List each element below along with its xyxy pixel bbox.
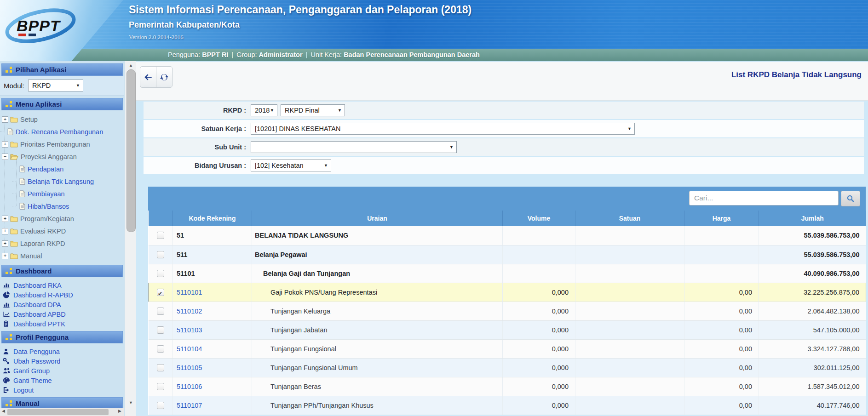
back-button[interactable] bbox=[140, 66, 156, 88]
rkpd-year-select[interactable]: 2018▼ bbox=[251, 104, 277, 116]
tree-item-pendapatan[interactable]: Pendapatan bbox=[0, 163, 124, 175]
cell-harga: 0,00 bbox=[684, 302, 759, 320]
sidebar-link-dashboard-pptk[interactable]: Dashboard PPTK bbox=[3, 319, 124, 329]
row-checkbox[interactable] bbox=[157, 289, 164, 296]
bidang-urusan-select[interactable]: [102] Kesehatan▼ bbox=[251, 160, 331, 171]
row-checkbox[interactable] bbox=[157, 308, 164, 315]
kode-rekening-link[interactable]: 5110106 bbox=[177, 383, 202, 390]
table-row-5110107: 5110107Tunjangan PPh/Tunjangan Khusus0,0… bbox=[149, 396, 866, 415]
cell-satuan bbox=[575, 264, 684, 283]
pengguna-value: BPPT RI bbox=[202, 51, 228, 58]
sidebar-link-dashboard-rka[interactable]: Dashboard RKA bbox=[3, 280, 124, 290]
tree-connector bbox=[12, 169, 16, 169]
tree-item-evaluasi-rkpd[interactable]: +Evaluasi RKPD bbox=[0, 225, 124, 237]
folder-icon bbox=[10, 216, 18, 222]
search-input[interactable] bbox=[689, 191, 839, 205]
expand-plus-icon[interactable]: + bbox=[2, 116, 8, 123]
row-checkbox[interactable] bbox=[157, 402, 164, 409]
sidebar-link-ganti-theme[interactable]: Ganti Theme bbox=[3, 376, 124, 385]
cell-harga: 0,00 bbox=[684, 339, 759, 358]
row-checkbox[interactable] bbox=[157, 251, 164, 258]
refresh-button[interactable] bbox=[156, 66, 172, 88]
expand-plus-icon[interactable]: + bbox=[2, 216, 8, 222]
sidebar-link-ganti-group[interactable]: Ganti Group bbox=[3, 366, 124, 376]
cell-volume bbox=[503, 226, 575, 245]
vertical-scrollbar-thumb[interactable] bbox=[126, 69, 136, 232]
kode-rekening-link[interactable]: 5110102 bbox=[177, 308, 202, 315]
pie-chart-icon bbox=[3, 291, 11, 298]
kode-rekening-link[interactable]: 5110103 bbox=[177, 326, 202, 334]
unit-kerja-value: Badan Perencanaan Pembangunan Daerah bbox=[344, 51, 480, 58]
row-checkbox[interactable] bbox=[157, 326, 164, 334]
tree-item-manual[interactable]: +Manual bbox=[0, 250, 124, 262]
sidebar-link-dashboard-dpa[interactable]: Dashboard DPA bbox=[3, 300, 124, 309]
expand-plus-icon[interactable]: + bbox=[2, 141, 8, 148]
cell-kode-rekening: 5110105 bbox=[173, 358, 252, 377]
sidebar-link-ubah-password[interactable]: Ubah Password bbox=[3, 356, 124, 366]
tree-item-laporan-rkpd[interactable]: +Laporan RKPD bbox=[0, 237, 124, 250]
kode-rekening-link[interactable]: 5110101 bbox=[177, 289, 202, 296]
sidebar-link-dashboard-r-apbd[interactable]: Dashboard R-APBD bbox=[3, 290, 124, 300]
tree-item-proyeksi-anggaran[interactable]: −Proyeksi Anggaran bbox=[0, 150, 124, 163]
collapse-minus-icon[interactable]: − bbox=[2, 154, 8, 160]
tree-item-hibah-bansos[interactable]: Hibah/Bansos bbox=[0, 200, 124, 212]
group-value: Administrator bbox=[259, 51, 303, 58]
cell-uraian: Tunjangan Fungsional Umum bbox=[252, 358, 503, 377]
tree-item-program-kegiatan[interactable]: +Program/Kegiatan bbox=[0, 212, 124, 225]
tree-item-pembiayaan[interactable]: Pembiayaan bbox=[0, 188, 124, 200]
tree-item-label: Manual bbox=[20, 252, 42, 260]
scroll-left-icon[interactable]: ◀ bbox=[2, 409, 5, 413]
unit-kerja-label: Unit Kerja: bbox=[310, 51, 342, 58]
cell-checkbox bbox=[149, 302, 173, 320]
rkpd-belanja-table: Kode RekeningUraianVolumeSatuanHargaJuml… bbox=[148, 211, 866, 415]
section-title: Manual bbox=[16, 399, 40, 407]
tree-item-label: Belanja Tdk Langsung bbox=[28, 178, 94, 185]
row-checkbox[interactable] bbox=[157, 364, 164, 371]
row-checkbox[interactable] bbox=[157, 270, 164, 277]
app-title: Sistem Informasi Perencanaan, Penganggar… bbox=[129, 4, 471, 16]
sidebar-link-dashboard-apbd[interactable]: Dashboard APBD bbox=[3, 309, 124, 319]
separator: | bbox=[303, 51, 311, 58]
sub-unit-select[interactable]: ▼ bbox=[251, 141, 457, 153]
sidebar-section-menu-aplikasi: Menu Aplikasi bbox=[1, 98, 123, 110]
kode-rekening-link[interactable]: 5110105 bbox=[177, 364, 202, 371]
section-title: Menu Aplikasi bbox=[16, 100, 62, 108]
cell-satuan bbox=[575, 283, 684, 302]
sidebar-link-label: Dashboard RKA bbox=[13, 282, 62, 289]
cell-harga: 0,00 bbox=[684, 377, 759, 396]
row-checkbox[interactable] bbox=[157, 383, 164, 390]
row-checkbox[interactable] bbox=[157, 232, 164, 239]
scroll-down-icon[interactable]: ▼ bbox=[125, 400, 137, 405]
scroll-up-icon[interactable]: ▲ bbox=[125, 63, 137, 68]
tree-item-dok-rencana-pembangunan[interactable]: Dok. Rencana Pembangunan bbox=[0, 125, 124, 138]
table-row-5110101: 5110101Gaji Pokok PNS/Uang Representasi0… bbox=[149, 283, 866, 302]
sidebar-horizontal-scrollbar[interactable]: ◀ ▶ bbox=[0, 408, 124, 416]
scroll-right-icon[interactable]: ▶ bbox=[118, 409, 121, 413]
users-icon bbox=[3, 367, 11, 374]
tree-item-prioritas-pembangunan[interactable]: +Prioritas Pembangunan bbox=[0, 138, 124, 150]
tree-item-setup[interactable]: +Setup bbox=[0, 113, 124, 125]
expand-plus-icon[interactable]: + bbox=[2, 228, 8, 234]
cell-jumlah: 55.039.586.753,00 bbox=[759, 245, 866, 264]
kode-rekening-link[interactable]: 5110107 bbox=[177, 402, 202, 409]
tree-item-label: Evaluasi RKPD bbox=[20, 228, 66, 235]
row-checkbox[interactable] bbox=[157, 345, 164, 353]
sidebar-link-label: Dashboard R-APBD bbox=[13, 291, 73, 299]
cell-checkbox bbox=[149, 396, 173, 415]
tree-item-belanja-tdk-langsung[interactable]: Belanja Tdk Langsung bbox=[0, 175, 124, 188]
rkpd-type-select[interactable]: RKPD Final▼ bbox=[281, 104, 345, 116]
cell-satuan bbox=[575, 358, 684, 377]
satuan-kerja-select[interactable]: [10201] DINAS KESEHATAN▼ bbox=[251, 123, 635, 135]
sidebar-vertical-scrollbar[interactable]: ▲ ▼ bbox=[125, 61, 137, 416]
kode-rekening-link[interactable]: 5110104 bbox=[177, 345, 202, 353]
expand-plus-icon[interactable]: + bbox=[2, 240, 8, 247]
modul-select[interactable]: RKPD▼ bbox=[28, 80, 83, 91]
search-button[interactable] bbox=[841, 191, 860, 206]
sidebar-link-logout[interactable]: Logout bbox=[3, 385, 124, 395]
sidebar: Pilihan Aplikasi Modul: RKPD▼ Menu Aplik… bbox=[0, 61, 124, 416]
cell-harga bbox=[684, 245, 759, 264]
section-title: Profil Pengguna bbox=[16, 333, 69, 341]
expand-plus-icon[interactable]: + bbox=[2, 253, 8, 259]
horizontal-scrollbar-thumb[interactable] bbox=[7, 409, 109, 415]
sidebar-link-data-pengguna[interactable]: Data Pengguna bbox=[3, 347, 124, 356]
